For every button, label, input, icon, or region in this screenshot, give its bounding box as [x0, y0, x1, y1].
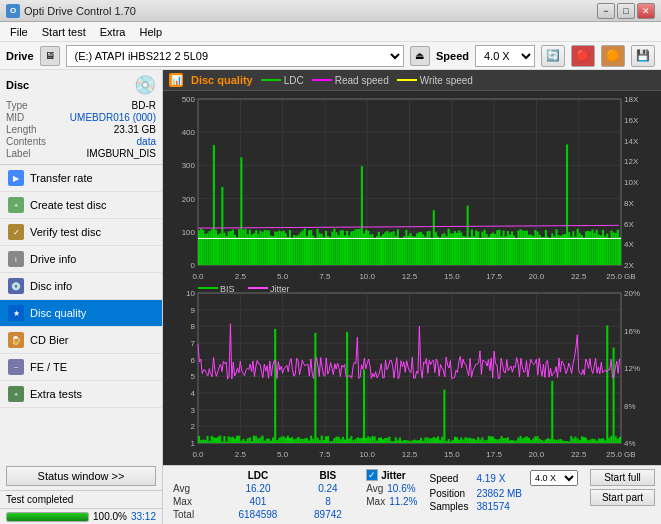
sidebar-item-verify-test-disc[interactable]: ✓ Verify test disc [0, 219, 162, 246]
samples-value: 381574 [472, 500, 526, 513]
menu-help[interactable]: Help [133, 24, 168, 40]
max-bis-value: 8 [298, 495, 359, 508]
progress-bar-container: 100.0% 33:12 [0, 508, 162, 524]
verify-test-disc-icon: ✓ [8, 224, 24, 240]
jitter-max-row: Max 11.2% [366, 496, 417, 507]
stats-bis-header: BIS [298, 469, 359, 482]
start-part-button[interactable]: Start part [590, 489, 655, 506]
maximize-button[interactable]: □ [617, 3, 635, 19]
sidebar-item-label: Drive info [30, 253, 76, 265]
title-bar: O Opti Drive Control 1.70 − □ ✕ [0, 0, 661, 22]
action-btn-2[interactable]: 🟠 [601, 45, 625, 67]
legend-write-speed: Write speed [397, 75, 473, 86]
disc-length-row: Length 23.31 GB [6, 124, 156, 135]
ldc-bis-stats: LDC BIS Avg 16.20 0.24 Max 401 8 Total [169, 469, 358, 521]
sidebar-item-label: Create test disc [30, 199, 106, 211]
app-icon: O [6, 4, 20, 18]
menu-file[interactable]: File [4, 24, 34, 40]
menu-start-test[interactable]: Start test [36, 24, 92, 40]
sidebar-item-create-test-disc[interactable]: + Create test disc [0, 192, 162, 219]
disc-mid-value: UMEBDR016 (000) [70, 112, 156, 123]
position-value: 23862 MB [472, 487, 526, 500]
status-window-button[interactable]: Status window >> [6, 466, 156, 486]
disc-mid-label: MID [6, 112, 24, 123]
create-test-disc-icon: + [8, 197, 24, 213]
sidebar-item-transfer-rate[interactable]: ▶ Transfer rate [0, 165, 162, 192]
speed-stat-select[interactable]: 4.0 X [530, 470, 578, 486]
avg-bis-value: 0.24 [298, 482, 359, 495]
ldc-legend-label: LDC [284, 75, 304, 86]
samples-label: Samples [426, 500, 473, 513]
drive-info-icon: i [8, 251, 24, 267]
disc-image-icon: 💿 [134, 74, 156, 96]
action-buttons: Start full Start part [590, 469, 655, 506]
start-full-button[interactable]: Start full [590, 469, 655, 486]
menu-bar: File Start test Extra Help [0, 22, 661, 42]
disc-length-value: 23.31 GB [114, 124, 156, 135]
title-bar-left: O Opti Drive Control 1.70 [6, 4, 136, 18]
fe-te-icon: ~ [8, 359, 24, 375]
sidebar-item-extra-tests[interactable]: + Extra tests [0, 381, 162, 408]
charts-container [163, 91, 661, 465]
status-time: 33:12 [131, 511, 156, 522]
drive-bar: Drive 🖥 (E:) ATAPI iHBS212 2 5L09 ⏏ Spee… [0, 42, 661, 70]
stats-total-row: Total 6184598 89742 [169, 508, 358, 521]
sidebar-item-cd-bier[interactable]: 🍺 CD Bier [0, 327, 162, 354]
avg-ldc-value: 16.20 [218, 482, 297, 495]
disc-title: Disc [6, 79, 29, 91]
action-btn-1[interactable]: 🔴 [571, 45, 595, 67]
disc-type-label: Type [6, 100, 28, 111]
chart-title: Disc quality [191, 74, 253, 86]
ldc-legend-color [261, 79, 281, 81]
disc-quality-icon: ★ [8, 305, 24, 321]
speed-stat-label: Speed [426, 469, 473, 487]
sidebar-item-label: Transfer rate [30, 172, 93, 184]
menu-extra[interactable]: Extra [94, 24, 132, 40]
speed-select[interactable]: 4.0 X [475, 45, 535, 67]
app-title: Opti Drive Control 1.70 [24, 5, 136, 17]
jitter-avg-label: Avg [366, 483, 383, 494]
jitter-max-value: 11.2% [389, 496, 417, 507]
sidebar-item-disc-info[interactable]: 💿 Disc info [0, 273, 162, 300]
legend-ldc: LDC [261, 75, 304, 86]
jitter-checkbox[interactable]: ✓ [366, 469, 378, 481]
sidebar-item-label: Extra tests [30, 388, 82, 400]
extra-tests-icon: + [8, 386, 24, 402]
stats-avg-row: Avg 16.20 0.24 [169, 482, 358, 495]
window-controls: − □ ✕ [597, 3, 655, 19]
status-bar: Test completed [0, 490, 162, 508]
speed-label: Speed [436, 50, 469, 62]
sidebar-item-label: Disc quality [30, 307, 86, 319]
stats-ldc-header: LDC [218, 469, 297, 482]
close-button[interactable]: ✕ [637, 3, 655, 19]
jitter-avg-value: 10.6% [387, 483, 415, 494]
main-content: Disc 💿 Type BD-R MID UMEBDR016 (000) Len… [0, 70, 661, 524]
speed-row: Speed 4.19 X 4.0 X [426, 469, 583, 487]
content-area: 📊 Disc quality LDC Read speed Write spee… [163, 70, 661, 524]
drive-select[interactable]: (E:) ATAPI iHBS212 2 5L09 [66, 45, 404, 67]
disc-type-value: BD-R [132, 100, 156, 111]
refresh-button[interactable]: 🔄 [541, 45, 565, 67]
stats-max-row: Max 401 8 [169, 495, 358, 508]
jitter-section: ✓ Jitter Avg 10.6% Max 11.2% [366, 469, 417, 507]
sidebar: Disc 💿 Type BD-R MID UMEBDR016 (000) Len… [0, 70, 163, 524]
nav-items: ▶ Transfer rate + Create test disc ✓ Ver… [0, 165, 162, 462]
sidebar-item-disc-quality[interactable]: ★ Disc quality [0, 300, 162, 327]
position-row: Position 23862 MB [426, 487, 583, 500]
chart-icon: 📊 [169, 73, 183, 87]
sidebar-item-label: Disc info [30, 280, 72, 292]
disc-contents-value: data [137, 136, 156, 147]
drive-action-icon[interactable]: ⏏ [410, 46, 430, 66]
disc-header: Disc 💿 [6, 74, 156, 96]
disc-mid-row: MID UMEBDR016 (000) [6, 112, 156, 123]
jitter-avg-row: Avg 10.6% [366, 483, 417, 494]
sidebar-item-fe-te[interactable]: ~ FE / TE [0, 354, 162, 381]
disc-label-value: IMGBURN_DIS [87, 148, 156, 159]
disc-panel: Disc 💿 Type BD-R MID UMEBDR016 (000) Len… [0, 70, 162, 165]
minimize-button[interactable]: − [597, 3, 615, 19]
drive-eject-icon[interactable]: 🖥 [40, 46, 60, 66]
sidebar-item-drive-info[interactable]: i Drive info [0, 246, 162, 273]
jitter-label: Jitter [381, 470, 405, 481]
save-button[interactable]: 💾 [631, 45, 655, 67]
disc-label-row: Label IMGBURN_DIS [6, 148, 156, 159]
